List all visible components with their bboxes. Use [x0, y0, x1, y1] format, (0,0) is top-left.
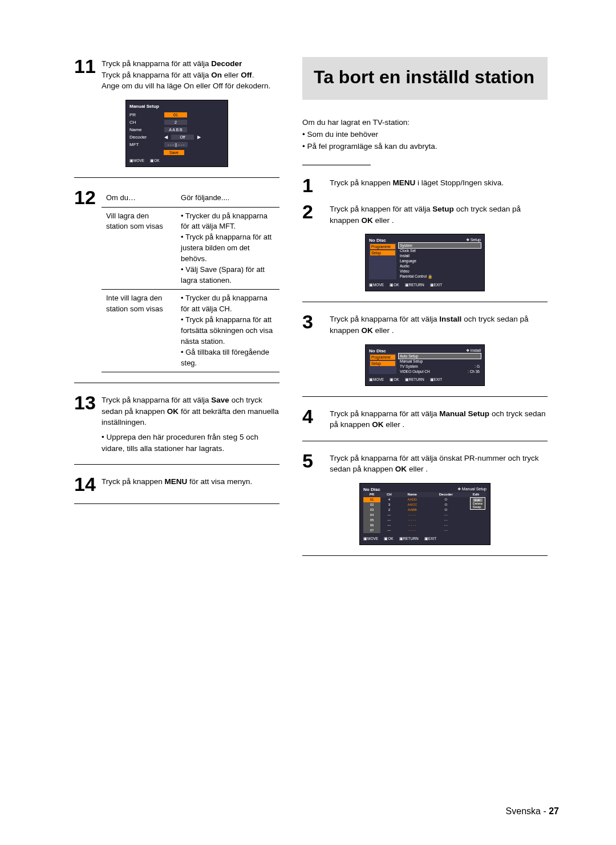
- divider: [302, 302, 548, 302]
- osd-hint: ▣MOVE: [363, 537, 378, 541]
- bold: Save: [211, 396, 229, 404]
- osd-hint: ▣OK: [390, 377, 399, 382]
- osd-manual-setup: Manual Setup PR01 CH2 NameA A B B Decode…: [125, 100, 228, 167]
- divider: [302, 555, 548, 556]
- step-number: 11: [74, 57, 98, 92]
- step-13-body: Tryck på knapparna för att välja Save oc…: [102, 393, 279, 454]
- step-number: 3: [302, 312, 326, 336]
- section-title: Ta bort en inställd station: [314, 67, 536, 87]
- osd-hint: ▣OK: [150, 159, 159, 163]
- step-3: 3 Tryck på knapparna för att välja Insta…: [302, 312, 548, 336]
- osd-hint: ▣RETURN: [399, 537, 419, 541]
- text: Tryck på knappen: [330, 178, 393, 187]
- text: Tryck på knappen: [330, 205, 393, 213]
- bold: Off: [241, 71, 252, 79]
- text: Tryck på knapparna: [102, 396, 172, 404]
- text: för att välja: [172, 59, 212, 68]
- osd-title-right: ❖ Install: [466, 348, 481, 353]
- th: Decoder: [427, 492, 465, 497]
- osd-channel-table: No Disc ❖ Manual Setup PR CH Name Decode…: [359, 483, 491, 545]
- menu-item: TV System : G: [399, 364, 481, 369]
- page-footer: Svenska - 27: [506, 806, 559, 816]
- text: Ange om du vill ha läge On eller Off för…: [102, 82, 270, 90]
- osd-hint: ▣MOVE: [129, 159, 144, 163]
- list-item: Trycker du på knapparna för att välja CH…: [181, 293, 275, 315]
- text: Tryck på knapparna: [330, 409, 400, 418]
- osd-hint: ▣EXIT: [430, 377, 442, 382]
- osd-label: CH: [129, 120, 161, 125]
- th: Edit: [465, 492, 487, 497]
- text: för att visa menyn.: [189, 477, 252, 486]
- step-1-body: Tryck på knappen MENU i läget Stopp/Inge…: [330, 176, 548, 194]
- menu-item: VIDEO Output CH : Ch 36: [399, 369, 481, 374]
- menu-item: Install: [399, 253, 481, 258]
- list-item: Trycker du på knapparna för att välja MF…: [181, 211, 275, 233]
- divider: [74, 503, 279, 504]
- osd-title-right: ❖ Manual Setup: [457, 487, 487, 491]
- list-item: Tryck på knapparna för att fortsätta sök…: [181, 315, 275, 347]
- table-cell: Vill lagra den station som visas: [102, 207, 176, 290]
- osd-label: Decoder: [129, 135, 161, 140]
- dropdown-item: Swap: [473, 505, 483, 509]
- step-5: 5 Tryck på knapparna för att välja önska…: [302, 452, 548, 475]
- osd-hint: ▣OK: [390, 283, 399, 287]
- text: eller .: [386, 420, 404, 429]
- section-title-box: Ta bort en inställd station: [302, 57, 548, 100]
- osd-title-left: No Disc: [363, 487, 380, 492]
- bold: MENU: [165, 477, 188, 486]
- list-item: Gå tillbaka till föregående steg.: [181, 347, 275, 369]
- step-4: 4 Tryck på knapparna för att välja Manua…: [302, 407, 548, 430]
- osd-value: A A B B: [164, 127, 187, 132]
- text: eller: [224, 71, 241, 79]
- divider: [74, 383, 279, 383]
- step-2: 2 Tryck på knappen för att välja Setup o…: [302, 202, 548, 226]
- table-cell: Trycker du på knapparna för att välja MF…: [176, 207, 279, 290]
- left-arrow-icon: ◀: [164, 135, 168, 140]
- step-12: 12 Om du… Gör följande.... Vill lagra de…: [74, 188, 279, 373]
- step-number: 12: [74, 188, 98, 373]
- step-2-body: Tryck på knappen för att välja Setup och…: [330, 202, 548, 226]
- table-header: Gör följande....: [176, 189, 279, 207]
- right-arrow-icon: ▶: [197, 135, 201, 140]
- step-12-table: Om du… Gör följande.... Vill lagra den s…: [102, 189, 279, 373]
- menu-item: Parental Control 🔒: [399, 274, 481, 279]
- menu-item: Language: [399, 258, 481, 263]
- text: i läget Stopp/Ingen skiva.: [418, 178, 504, 187]
- right-column: Ta bort en inställd station Om du har la…: [302, 57, 548, 566]
- th: Name: [398, 492, 427, 497]
- th: CH: [380, 492, 398, 497]
- text: Tryck på knappen: [102, 477, 165, 486]
- divider: [302, 441, 548, 441]
- text: för att välja: [400, 409, 440, 418]
- menu-item: Video: [399, 269, 481, 274]
- bold: On: [211, 71, 222, 79]
- menu-item: Audio: [399, 263, 481, 269]
- text: • På fel programläge så kan du avbryta.: [302, 141, 548, 153]
- table-header: Om du…: [102, 189, 176, 207]
- sidebar-item: Programme: [370, 355, 395, 360]
- menu-item: Auto Setup: [399, 354, 481, 359]
- table-cell: Trycker du på knapparna för att välja CH…: [176, 290, 279, 372]
- text: • Som du inte behöver: [302, 129, 548, 141]
- sidebar-item: Setup: [370, 250, 395, 255]
- text: Tryck på knapparna: [330, 315, 400, 323]
- menu-item: Manual Setup: [399, 359, 481, 364]
- text: för att välja: [400, 315, 440, 323]
- step-11: 11 Tryck på knapparna för att välja Deco…: [74, 57, 279, 92]
- text: Upprepa den här proceduren från steg 5 o…: [102, 433, 258, 453]
- text: Tryck på knapparna: [330, 454, 400, 462]
- divider: [74, 177, 279, 178]
- bold: Setup: [432, 205, 454, 213]
- bold: OK: [372, 420, 383, 429]
- osd-hint: ▣RETURN: [405, 283, 424, 287]
- osd-value: Off: [171, 135, 194, 140]
- osd-hint: ▣EXIT: [424, 537, 436, 541]
- text: eller .: [375, 216, 394, 225]
- bold: Manual Setup: [439, 409, 489, 418]
- text: eller .: [409, 465, 428, 473]
- text: eller .: [375, 326, 394, 335]
- step-number: 5: [302, 452, 326, 475]
- step-14: 14 Tryck på knappen MENU för att visa me…: [74, 475, 279, 493]
- divider: [302, 396, 548, 397]
- text: Om du har lagrat en TV-station:: [302, 117, 548, 129]
